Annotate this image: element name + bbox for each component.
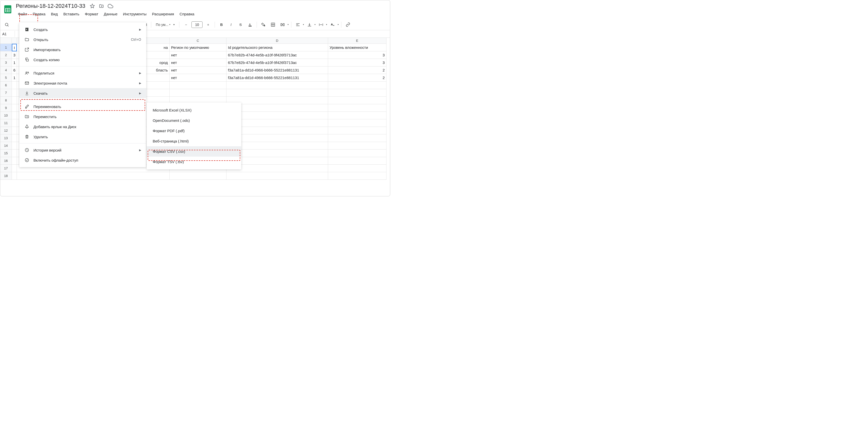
- menu-extensions[interactable]: Расширения: [150, 10, 176, 18]
- menu-item-rename[interactable]: Переименовать: [19, 102, 146, 112]
- align-horizontal-icon[interactable]: [294, 21, 302, 29]
- col-header-c[interactable]: C: [169, 38, 226, 44]
- menu-item-import[interactable]: Импортировать: [19, 45, 146, 55]
- menu-item-move[interactable]: Переместить: [19, 112, 146, 122]
- wrap-dropdown[interactable]: ▾: [326, 23, 327, 26]
- cell-a3[interactable]: 1: [12, 59, 17, 66]
- menu-data[interactable]: Данные: [101, 10, 120, 18]
- borders-icon[interactable]: [269, 21, 277, 29]
- menu-tools[interactable]: Инструменты: [121, 10, 149, 18]
- menu-file[interactable]: Файл: [16, 10, 30, 18]
- strikethrough-icon[interactable]: S: [237, 21, 245, 29]
- submenu-item-pdf[interactable]: Формат PDF (.pdf): [147, 126, 241, 136]
- cell-c2[interactable]: нет: [169, 51, 226, 59]
- cell-a1[interactable]: I: [12, 44, 17, 51]
- menu-item-email[interactable]: Электронная почта ▶: [19, 78, 146, 88]
- merge-cells-icon[interactable]: [279, 21, 286, 29]
- menu-view[interactable]: Вид: [49, 10, 60, 18]
- text-wrap-icon[interactable]: [317, 21, 325, 29]
- cell-d2[interactable]: 67b7e82b-474d-4e5b-a10f-9f426f3713ac: [226, 51, 328, 59]
- italic-icon[interactable]: I: [227, 21, 235, 29]
- cell-c1[interactable]: Регион по умолчанию: [169, 44, 226, 51]
- cell-e2[interactable]: 3: [328, 51, 386, 59]
- menu-item-share[interactable]: Поделиться ▶: [19, 68, 146, 78]
- menu-item-offline[interactable]: Включить офлайн-доступ: [19, 155, 146, 165]
- row-header-6[interactable]: 6: [0, 82, 12, 89]
- cell-d5[interactable]: f3a7a81a-dd1d-4966-b666-55221e881131: [226, 74, 328, 82]
- menu-item-new[interactable]: Создать ▶: [19, 24, 146, 34]
- row-header-5[interactable]: 5: [0, 74, 12, 82]
- row-header-13[interactable]: 13: [0, 135, 12, 142]
- cell-d1[interactable]: Id родительского региона: [226, 44, 328, 51]
- row-header-15[interactable]: 15: [0, 149, 12, 157]
- menu-item-version-history[interactable]: История версий ▶: [19, 145, 146, 155]
- star-icon[interactable]: [89, 3, 95, 9]
- cell-d4[interactable]: f3a7a81a-dd1d-4966-b666-55221e881131: [226, 66, 328, 74]
- submenu-item-html[interactable]: Веб-страница (.html): [147, 136, 241, 146]
- align-h-dropdown[interactable]: ▾: [303, 23, 304, 26]
- row-header-18[interactable]: 18: [0, 172, 12, 180]
- decrease-font-icon[interactable]: −: [182, 21, 190, 29]
- cell-d3[interactable]: 67b7e82b-474d-4e5b-a10f-9f426f3713ac: [226, 59, 328, 66]
- cell-a4[interactable]: 6: [12, 66, 17, 74]
- col-header-d[interactable]: D: [226, 38, 328, 44]
- select-all-corner[interactable]: [0, 38, 12, 44]
- font-family-select[interactable]: По ум...▾: [154, 22, 177, 28]
- rotation-dropdown[interactable]: ▾: [338, 23, 339, 26]
- font-size-input[interactable]: 10: [191, 21, 203, 28]
- bold-icon[interactable]: B: [217, 21, 225, 29]
- row-header-7[interactable]: 7: [0, 89, 12, 97]
- name-box[interactable]: A1: [0, 31, 15, 37]
- row-header-8[interactable]: 8: [0, 97, 12, 104]
- row-header-12[interactable]: 12: [0, 127, 12, 135]
- submenu-item-xlsx[interactable]: Microsoft Excel (XLSX): [147, 105, 241, 115]
- row-header-17[interactable]: 17: [0, 165, 12, 172]
- text-color-icon[interactable]: A: [246, 21, 254, 29]
- col-header-e[interactable]: E: [328, 38, 386, 44]
- text-rotation-icon[interactable]: A: [329, 21, 337, 29]
- fill-color-icon[interactable]: [259, 21, 268, 29]
- row-header-3[interactable]: 3: [0, 59, 12, 66]
- move-folder-icon[interactable]: [98, 3, 104, 9]
- menu-format[interactable]: Формат: [82, 10, 101, 18]
- menu-help[interactable]: Справка: [177, 10, 197, 18]
- cloud-status-icon[interactable]: [107, 3, 114, 9]
- sheets-logo-icon[interactable]: [3, 4, 13, 15]
- row-header-10[interactable]: 10: [0, 112, 12, 119]
- merge-dropdown-arrow[interactable]: ▾: [287, 23, 288, 26]
- insert-link-icon[interactable]: [344, 21, 352, 29]
- cell-e4[interactable]: 2: [328, 66, 386, 74]
- submenu-item-csv[interactable]: Формат CSV (.csv): [147, 146, 241, 156]
- offline-icon: [24, 157, 29, 163]
- menu-item-add-shortcut[interactable]: Добавить ярлык на Диск: [19, 122, 146, 132]
- cell-e1[interactable]: Уровень вложенности: [328, 44, 386, 51]
- search-icon[interactable]: [3, 21, 11, 29]
- align-vertical-icon[interactable]: [305, 21, 313, 29]
- row-header-4[interactable]: 4: [0, 66, 12, 74]
- menu-edit[interactable]: Правка: [30, 10, 48, 18]
- menu-item-delete[interactable]: Удалить: [19, 132, 146, 142]
- cell-c4[interactable]: нет: [169, 66, 226, 74]
- cell-a2[interactable]: 3: [12, 51, 17, 59]
- submenu-item-ods[interactable]: OpenDocument (.ods): [147, 115, 241, 126]
- submenu-item-tsv[interactable]: Формат TSV (.tsv): [147, 156, 241, 167]
- row-header-16[interactable]: 16: [0, 157, 12, 165]
- menu-item-open[interactable]: Открыть Ctrl+O: [19, 34, 146, 45]
- row-header-2[interactable]: 2: [0, 51, 12, 59]
- row-header-11[interactable]: 11: [0, 119, 12, 127]
- menu-item-download[interactable]: Скачать ▶: [19, 88, 146, 98]
- cell-e5[interactable]: 2: [328, 74, 386, 82]
- menu-item-make-copy[interactable]: Создать копию: [19, 55, 146, 65]
- cell-a5[interactable]: 1: [12, 74, 17, 82]
- menu-insert[interactable]: Вставить: [61, 10, 82, 18]
- col-header-a[interactable]: [12, 38, 17, 44]
- cell-c3[interactable]: нет: [169, 59, 226, 66]
- cell-e3[interactable]: 3: [328, 59, 386, 66]
- increase-font-icon[interactable]: +: [204, 21, 212, 29]
- row-header-14[interactable]: 14: [0, 142, 12, 149]
- row-header-1[interactable]: 1: [0, 44, 12, 51]
- row-header-9[interactable]: 9: [0, 104, 12, 112]
- align-v-dropdown[interactable]: ▾: [314, 23, 315, 26]
- document-title[interactable]: Регионы-18-12-2024T10-33: [15, 2, 86, 10]
- cell-c5[interactable]: нет: [169, 74, 226, 82]
